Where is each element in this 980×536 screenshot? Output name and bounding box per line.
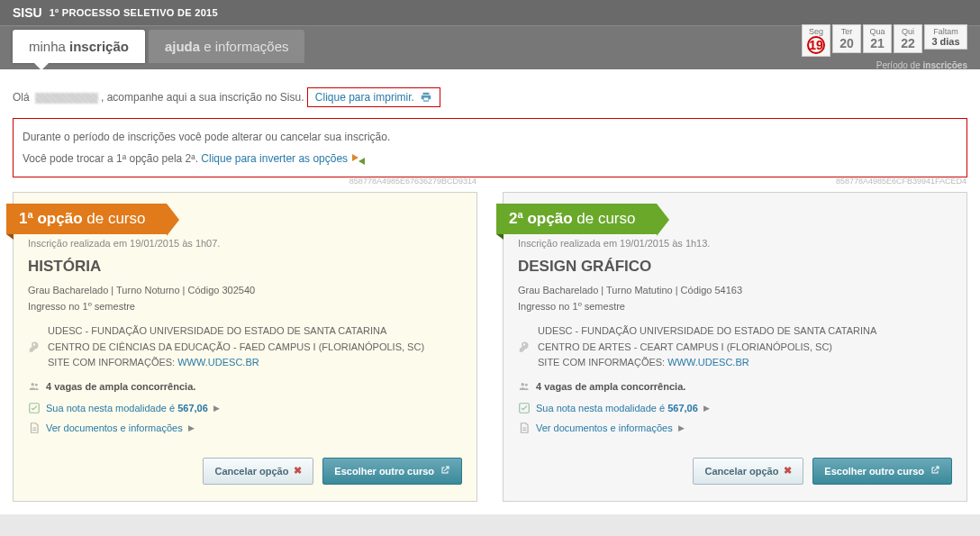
option-2-ribbon: 2ª opção de curso — [496, 204, 657, 234]
option-1-meta: Grau Bacharelado | Turno Noturno | Códig… — [28, 283, 462, 314]
print-link[interactable]: Clique para imprimir. — [307, 87, 440, 107]
main-content: Olá , acompanhe aqui a sua inscrição no … — [0, 69, 980, 514]
svg-point-1 — [35, 384, 38, 386]
option-2-grade-link[interactable]: Sua nota nesta modalidade é 567,06 ▶ — [518, 402, 952, 414]
header-subtitle: 1º PROCESSO SELETIVO DE 2015 — [50, 7, 218, 18]
option-1-site-link[interactable]: WWW.UDESC.BR — [177, 357, 259, 368]
option-1-grade-link[interactable]: Sua nota nesta modalidade é 567,06 ▶ — [28, 402, 462, 414]
key-icon — [518, 323, 531, 371]
option-2-university: UDESC - FUNDAÇÃO UNIVERSIDADE DO ESTADO … — [518, 323, 952, 371]
swap-icon — [352, 154, 365, 165]
option-1-actions: Cancelar opção✖ Escolher outro curso — [28, 447, 462, 485]
option-2-choose-button[interactable]: Escolher outro curso — [812, 458, 952, 485]
option-1-course-title: HISTÓRIA — [28, 258, 462, 276]
document-icon — [28, 422, 41, 434]
calendar-remaining: Faltam3 dias — [924, 24, 967, 50]
check-icon — [28, 402, 41, 414]
option-2-vagas: 4 vagas de ampla concorrência. — [518, 380, 952, 393]
info-line-2: Você pode trocar a 1ª opção pela 2ª. Cli… — [23, 148, 957, 169]
option-2-meta: Grau Bacharelado | Turno Matutino | Códi… — [518, 283, 952, 314]
people-icon — [28, 380, 41, 393]
external-icon — [930, 465, 940, 477]
check-icon — [518, 402, 531, 414]
greeting-row: Olá , acompanhe aqui a sua inscrição no … — [13, 82, 967, 113]
option-2-actions: Cancelar opção✖ Escolher outro curso — [518, 447, 952, 485]
option-2-docs-link[interactable]: Ver documentos e informações ▶ — [518, 422, 952, 434]
svg-point-3 — [522, 383, 525, 386]
option-2-cancel-button[interactable]: Cancelar opção✖ — [693, 458, 803, 485]
header-bar: SISU 1º PROCESSO SELETIVO DE 2015 — [0, 0, 980, 26]
option-1-ribbon: 1ª opção de curso — [6, 204, 167, 234]
tab-label-light: minha — [29, 39, 69, 54]
option-2-site-link[interactable]: WWW.UDESC.BR — [667, 357, 749, 368]
tab-label-bold: inscrição — [69, 39, 129, 54]
external-icon — [440, 465, 450, 477]
tab2-label-b: e informações — [204, 39, 288, 54]
document-icon — [518, 422, 531, 434]
calendar-day: Seg19 — [802, 24, 830, 57]
people-icon — [518, 380, 531, 393]
tabs-row: minha inscrição ajuda e informações Seg1… — [0, 26, 980, 69]
calendar-day: Ter20 — [832, 24, 861, 53]
tab-ajuda[interactable]: ajuda e informações — [149, 30, 305, 63]
info-line-1: Durante o período de inscrições você pod… — [23, 126, 957, 148]
svg-point-4 — [525, 384, 528, 386]
close-icon: ✖ — [784, 465, 792, 477]
calendar-day: Qui22 — [894, 24, 922, 53]
option-1-code: 858778A4985E67636279BCD9314 — [349, 177, 476, 186]
key-icon — [28, 323, 41, 371]
option-2-course-title: DESIGN GRÁFICO — [518, 258, 952, 276]
swap-options-link[interactable]: Clique para inverter as opções — [201, 152, 348, 165]
brand-logo: SISU — [13, 5, 42, 20]
calendar-day: Qua21 — [863, 24, 892, 53]
option-2-timestamp: Inscrição realizada em 19/01/2015 às 1h1… — [518, 238, 952, 249]
option-1-timestamp: Inscrição realizada em 19/01/2015 às 1h0… — [28, 238, 462, 249]
options-row: 858778A4985E67636279BCD9314 1ª opção de … — [13, 192, 967, 502]
option-1-choose-button[interactable]: Escolher outro curso — [322, 458, 462, 485]
period-label: Período de inscrições — [876, 60, 967, 70]
user-name-redacted — [35, 93, 98, 104]
option-1-vagas: 4 vagas de ampla concorrência. — [28, 380, 462, 393]
svg-point-0 — [32, 383, 35, 386]
greeting-ola: Olá — [13, 91, 30, 104]
option-2-card: 858778A4985E6CFB39941FACED4 2ª opção de … — [503, 192, 967, 502]
option-1-university: UDESC - FUNDAÇÃO UNIVERSIDADE DO ESTADO … — [28, 323, 462, 371]
tab-minha-inscricao[interactable]: minha inscrição — [13, 30, 145, 63]
option-1-card: 858778A4985E67636279BCD9314 1ª opção de … — [13, 192, 477, 502]
option-2-code: 858778A4985E6CFB39941FACED4 — [836, 177, 966, 186]
close-icon: ✖ — [294, 465, 302, 477]
calendar-strip: Seg19Ter20Qua21Qui22Faltam3 dias — [802, 24, 967, 57]
print-link-text: Clique para imprimir. — [315, 91, 414, 104]
greeting-tail: , acompanhe aqui a sua inscrição no Sisu… — [101, 91, 304, 104]
tab2-label-a: ajuda — [165, 39, 204, 54]
printer-icon — [420, 91, 432, 104]
option-1-docs-link[interactable]: Ver documentos e informações ▶ — [28, 422, 462, 434]
option-1-cancel-button[interactable]: Cancelar opção✖ — [203, 458, 313, 485]
info-box: Durante o período de inscrições você pod… — [13, 118, 967, 177]
